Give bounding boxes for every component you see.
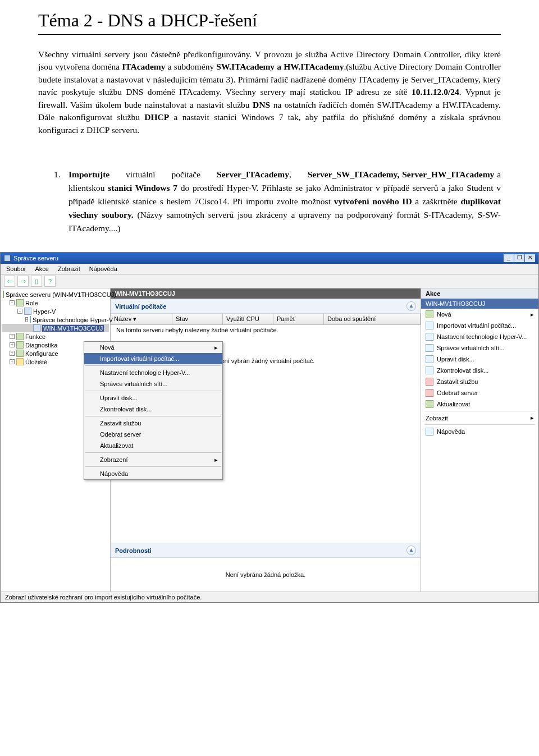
tree-node-selected[interactable]: WIN-MV1THO3CCUJ <box>2 324 109 332</box>
action-inspect-disk[interactable]: Zkontrolovat disk... <box>421 365 538 376</box>
tree-role[interactable]: -Role <box>2 299 109 307</box>
vm-column-headers: Název ▾ Stav Využití CPU Paměť Doba od s… <box>111 314 421 325</box>
window-title: Správce serveru <box>13 255 504 262</box>
ctx-hyperv-settings[interactable]: Nastavení technologie Hyper-V... <box>84 367 222 378</box>
show-hide-button[interactable]: ▯ <box>31 276 42 287</box>
ctx-import-vm[interactable]: Importovat virtuální počítač... <box>84 353 222 364</box>
settings-icon <box>426 333 433 341</box>
virtual-machines-section: Virtuální počítače ▲ <box>111 299 421 314</box>
actions-header: Akce <box>421 288 538 299</box>
server-manager-window: Správce serveru _ ❐ ✕ Soubor Akce Zobraz… <box>0 252 539 603</box>
remove-icon <box>426 389 433 397</box>
back-button[interactable]: ⇦ <box>4 276 15 287</box>
status-bar: Zobrazí uživatelské rozhraní pro import … <box>1 592 538 602</box>
ctx-edit-disk[interactable]: Upravit disk... <box>84 392 222 404</box>
edit-disk-icon <box>426 355 433 363</box>
ctx-view[interactable]: Zobrazení▸ <box>84 454 222 465</box>
refresh-icon <box>426 400 433 408</box>
inspect-disk-icon <box>426 366 433 374</box>
ctx-help[interactable]: Nápověda <box>84 468 222 479</box>
menu-help[interactable]: Nápověda <box>89 265 117 272</box>
action-edit-disk[interactable]: Upravit disk... <box>421 354 538 365</box>
tree-pane: Správce serveru (WIN-MV1THO3CCUJ) -Role … <box>1 288 111 592</box>
minimize-button[interactable]: _ <box>504 254 514 262</box>
ctx-virtual-network-manager[interactable]: Správce virtuálních sítí... <box>84 378 222 390</box>
col-memory[interactable]: Paměť <box>273 314 324 324</box>
action-refresh[interactable]: Aktualizovat <box>421 398 538 410</box>
no-item-selected: Není vybrána žádná položka. <box>111 558 421 592</box>
action-stop-service[interactable]: Zastavit službu <box>421 376 538 387</box>
app-icon <box>4 255 11 262</box>
forward-button[interactable]: ⇨ <box>17 276 29 287</box>
ctx-inspect-disk[interactable]: Zkontrolovat disk... <box>84 404 222 415</box>
step-1: 1. Importujte virtuální počítače Server_… <box>54 168 501 235</box>
action-new[interactable]: Nová▸ <box>421 309 538 320</box>
tree-hyperv[interactable]: -Hyper-V <box>2 307 109 315</box>
action-hyperv-settings[interactable]: Nastavení technologie Hyper-V... <box>421 331 538 342</box>
ctx-remove-server[interactable]: Odebrat server <box>84 429 222 440</box>
collapse-icon[interactable]: ▲ <box>406 301 416 311</box>
action-import-vm[interactable]: Importovat virtuální počítač... <box>421 320 538 331</box>
help-button[interactable]: ? <box>44 276 56 287</box>
action-help[interactable]: Nápověda <box>421 426 538 437</box>
ctx-refresh[interactable]: Aktualizovat <box>84 440 222 451</box>
col-uptime[interactable]: Doba od spuštění <box>324 314 421 324</box>
collapse-icon[interactable]: ▲ <box>406 546 416 555</box>
context-menu: Nová▸ Importovat virtuální počítač... Na… <box>84 341 223 480</box>
ctx-new[interactable]: Nová▸ <box>84 342 222 353</box>
import-icon <box>426 322 433 329</box>
center-header: WIN-MV1THO3CCUJ <box>111 288 421 299</box>
ctx-stop-service[interactable]: Zastavit službu <box>84 418 222 429</box>
action-remove-server[interactable]: Odebrat server <box>421 387 538 398</box>
actions-node-title: WIN-MV1THO3CCUJ <box>421 299 538 309</box>
stop-icon <box>426 378 433 386</box>
help-icon <box>426 428 433 436</box>
tree-root[interactable]: Správce serveru (WIN-MV1THO3CCUJ) <box>2 290 109 299</box>
menu-file[interactable]: Soubor <box>6 265 26 272</box>
close-button[interactable]: ✕ <box>525 254 535 262</box>
tree-hyperv-manager[interactable]: -Správce technologie Hyper-V <box>2 315 109 324</box>
col-state[interactable]: Stav <box>172 314 223 324</box>
page-title: Téma 2 - DNS a DHCP-řešení <box>38 10 501 35</box>
menu-view[interactable]: Zobrazit <box>58 265 80 272</box>
menu-action[interactable]: Akce <box>35 265 48 272</box>
tree-funkce[interactable]: +Funkce <box>2 332 109 341</box>
action-virtual-network-manager[interactable]: Správce virtuálních sítí... <box>421 342 538 354</box>
restore-button[interactable]: ❐ <box>514 254 524 262</box>
menu-bar: Soubor Akce Zobrazit Nápověda <box>1 264 538 274</box>
actions-pane: Akce WIN-MV1THO3CCUJ Nová▸ Importovat vi… <box>421 288 538 592</box>
window-titlebar[interactable]: Správce serveru _ ❐ ✕ <box>1 253 538 264</box>
network-icon <box>426 344 433 352</box>
toolbar: ⇦ ⇨ ▯ ? <box>1 274 538 288</box>
details-section: Podrobnosti ▲ <box>111 543 421 558</box>
intro-paragraph: Všechny virtuální servery jsou částečně … <box>38 48 501 136</box>
new-icon <box>426 310 433 318</box>
action-view[interactable]: Zobrazit▸ <box>421 413 538 423</box>
col-name[interactable]: Název ▾ <box>111 314 172 324</box>
col-cpu[interactable]: Využití CPU <box>223 314 273 324</box>
no-vms-message: Na tomto serveru nebyly nalezeny žádné v… <box>111 325 421 335</box>
